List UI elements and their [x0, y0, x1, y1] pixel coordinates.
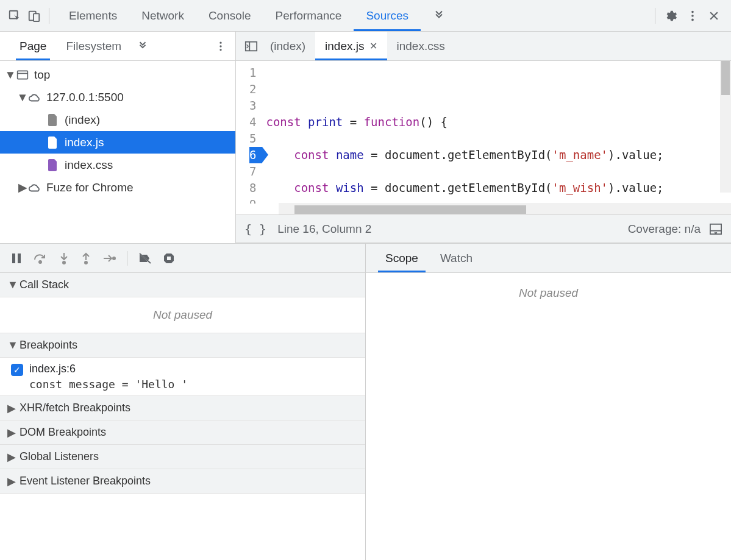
editor-tab-index[interactable]: (index) [260, 32, 315, 60]
section-title: Global Listeners [20, 450, 99, 463]
horizontal-scrollbar[interactable] [279, 204, 731, 214]
cursor-position: Line 16, Column 2 [277, 222, 371, 236]
toggle-navigator-icon[interactable] [242, 40, 260, 52]
navigator-pane: Page Filesystem ▼ top ▼ 127 [0, 32, 236, 243]
show-console-icon[interactable] [709, 223, 722, 235]
tabs-overflow-icon[interactable] [421, 0, 457, 31]
svg-rect-2 [34, 13, 39, 21]
editor-tab-indexjs[interactable]: index.js ✕ [315, 32, 387, 60]
scope-body: Not paused [366, 273, 731, 560]
tree-file-indexcss[interactable]: index.css [0, 154, 235, 176]
debug-toolbar [0, 244, 365, 273]
svg-rect-9 [18, 71, 28, 79]
tab-label: index.js [325, 40, 364, 53]
tab-label: index.css [397, 40, 445, 53]
breakpoint-item[interactable]: ✓ index.js:6 const message = 'Hello ' [0, 358, 365, 395]
editor-tab-indexcss[interactable]: index.css [387, 32, 455, 60]
breakpoint-code: const message = 'Hello ' [29, 378, 188, 391]
divider [655, 8, 655, 24]
tree-node-top[interactable]: ▼ top [0, 63, 235, 86]
tab-network[interactable]: Network [129, 0, 196, 31]
chevron-right-icon: ▶ [7, 426, 17, 439]
divider [127, 251, 127, 266]
chevron-down-icon: ▼ [17, 91, 28, 104]
debugger-left-pane: ▼ Call Stack Not paused ▼ Breakpoints ✓ … [0, 244, 366, 560]
step-icon[interactable] [102, 253, 116, 264]
settings-gear-icon[interactable] [664, 9, 677, 23]
not-paused-message: Not paused [519, 286, 578, 560]
breakpoint-location: index.js:6 [29, 363, 188, 375]
close-devtools-icon[interactable] [708, 10, 720, 22]
tab-scope[interactable]: Scope [374, 244, 429, 272]
tab-console[interactable]: Console [196, 0, 263, 31]
nav-tab-page[interactable]: Page [10, 32, 56, 60]
section-xhr-breakpoints[interactable]: ▶ XHR/fetch Breakpoints [0, 396, 365, 420]
svg-rect-16 [18, 253, 21, 263]
step-over-icon[interactable] [33, 252, 48, 264]
scrollbar-thumb[interactable] [294, 205, 526, 214]
tree-node-host[interactable]: ▼ 127.0.0.1:5500 [0, 86, 235, 108]
svg-point-18 [63, 261, 65, 264]
pretty-print-icon[interactable]: { } [244, 222, 266, 236]
section-title: Event Listener Breakpoints [20, 475, 151, 487]
tree-node-extension[interactable]: ▶ Fuze for Chrome [0, 176, 235, 199]
tree-file-index[interactable]: (index) [0, 108, 235, 131]
tree-label: 127.0.0.1:5500 [46, 91, 124, 104]
section-title: XHR/fetch Breakpoints [20, 402, 130, 414]
tree-label: index.css [65, 158, 113, 172]
pause-resume-icon[interactable] [11, 252, 22, 264]
device-toggle-icon[interactable] [27, 9, 41, 23]
editor-status-bar: { } Line 16, Column 2 Coverage: n/a [236, 214, 731, 243]
cloud-icon [28, 181, 41, 194]
breakpoints-body: ✓ index.js:6 const message = 'Hello ' [0, 358, 365, 396]
step-into-icon[interactable] [59, 252, 70, 265]
pause-on-exceptions-icon[interactable] [163, 252, 175, 264]
code-editor[interactable]: 1 2 3 4 5 6 7 8 9 const print = function… [236, 61, 731, 204]
tab-watch[interactable]: Watch [429, 244, 483, 272]
chevron-down-icon: ▼ [7, 278, 17, 291]
tab-elements[interactable]: Elements [57, 0, 129, 31]
breakpoint-checkbox[interactable]: ✓ [11, 364, 23, 376]
code-content[interactable]: const print = function() { const name = … [262, 61, 663, 204]
svg-point-17 [39, 261, 41, 263]
svg-point-6 [219, 41, 221, 43]
tree-file-indexjs[interactable]: index.js [0, 131, 235, 154]
kebab-menu-icon[interactable] [686, 9, 699, 23]
chevron-down-icon: ▼ [5, 68, 16, 82]
scrollbar-thumb[interactable] [721, 61, 730, 95]
nav-tabs-overflow-icon[interactable] [131, 41, 154, 52]
document-icon [46, 158, 60, 172]
tab-sources[interactable]: Sources [354, 0, 421, 31]
inspect-element-icon[interactable] [7, 9, 22, 23]
nav-kebab-icon[interactable] [215, 40, 235, 52]
section-breakpoints[interactable]: ▼ Breakpoints [0, 333, 365, 358]
breakpoint-info: index.js:6 const message = 'Hello ' [29, 363, 188, 391]
section-title: Call Stack [20, 278, 69, 291]
tab-performance[interactable]: Performance [263, 0, 354, 31]
deactivate-breakpoints-icon[interactable] [138, 252, 152, 264]
svg-point-20 [113, 257, 115, 260]
editor-tabs: (index) index.js ✕ index.css [236, 32, 731, 61]
execution-line-marker: 6 [249, 147, 262, 163]
step-out-icon[interactable] [80, 252, 91, 265]
svg-point-7 [219, 45, 221, 47]
navigator-tabs: Page Filesystem [0, 32, 235, 61]
line-gutter: 1 2 3 4 5 6 7 8 9 [236, 61, 262, 204]
section-event-listener-breakpoints[interactable]: ▶ Event Listener Breakpoints [0, 469, 365, 494]
vertical-scrollbar[interactable] [720, 61, 731, 193]
debugger-panels: ▼ Call Stack Not paused ▼ Breakpoints ✓ … [0, 243, 731, 560]
svg-point-3 [691, 10, 694, 13]
close-tab-icon[interactable]: ✕ [369, 40, 377, 52]
tree-label: top [34, 68, 50, 82]
tab-label: (index) [270, 40, 305, 53]
call-stack-body: Not paused [0, 297, 365, 333]
svg-point-4 [691, 15, 694, 17]
svg-point-5 [691, 18, 694, 21]
nav-tab-filesystem[interactable]: Filesystem [56, 32, 131, 60]
chevron-right-icon: ▶ [7, 475, 17, 488]
svg-point-19 [85, 261, 87, 264]
section-dom-breakpoints[interactable]: ▶ DOM Breakpoints [0, 420, 365, 445]
section-call-stack[interactable]: ▼ Call Stack [0, 273, 365, 297]
section-global-listeners[interactable]: ▶ Global Listeners [0, 445, 365, 469]
debugger-right-pane: Scope Watch Not paused [366, 244, 731, 560]
